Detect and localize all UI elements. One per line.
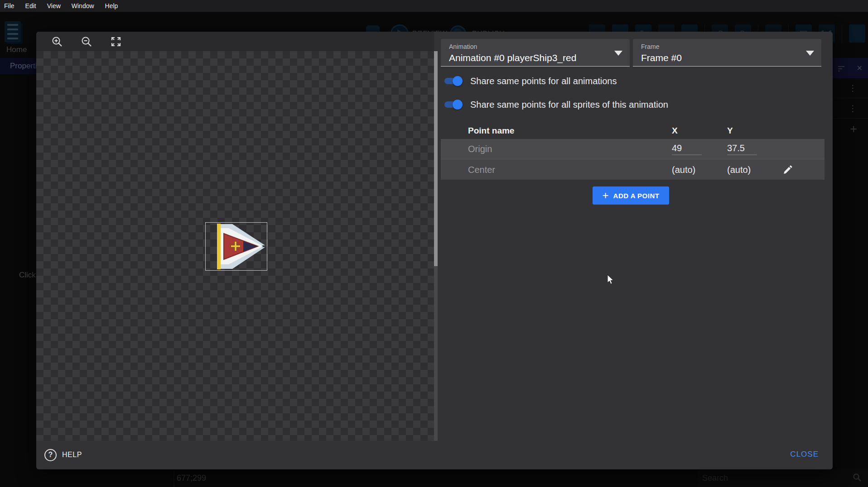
center-x-value: (auto) (672, 164, 695, 175)
point-name-header: Point name (468, 126, 514, 136)
point-name: Center (468, 164, 495, 175)
animation-select-value: Animation #0 playerShip3_red (449, 53, 576, 63)
frame-select-value: Frame #0 (641, 53, 682, 63)
mouse-cursor (605, 274, 616, 285)
menu-file[interactable]: File (4, 2, 14, 10)
toggle-label: Share same points for all animations (470, 76, 617, 86)
toggle-label: Share same points for all sprites of thi… (470, 100, 668, 110)
toggle-share-all-sprites-row: Share same points for all sprites of thi… (442, 97, 668, 112)
table-row-center[interactable]: Center (auto) (auto) (441, 159, 825, 180)
center-y-value: (auto) (727, 164, 751, 175)
pencil-icon (781, 163, 794, 176)
menu-window[interactable]: Window (72, 2, 94, 10)
zoom-out-icon[interactable] (80, 35, 93, 48)
origin-y-input[interactable]: 37.5 (727, 143, 757, 155)
point-name: Origin (468, 144, 492, 154)
edit-points-dialog: Animation Animation #0 playerShip3_red F… (36, 32, 833, 469)
canvas-scrollbar[interactable] (434, 51, 438, 441)
scrollbar-track (434, 266, 438, 441)
add-a-point-button[interactable]: + ADD A POINT (593, 186, 669, 205)
menu-view[interactable]: View (47, 2, 61, 10)
y-header: Y (727, 126, 733, 136)
help-label: HELP (62, 451, 82, 459)
menu-bar: File Edit View Window Help (0, 0, 868, 12)
add-a-point-label: ADD A POINT (613, 192, 660, 200)
table-row-origin[interactable]: Origin 49 37.5 (441, 139, 825, 159)
canvas-toolbar (36, 32, 434, 51)
help-icon: ? (44, 449, 57, 461)
x-header: X (672, 126, 678, 136)
dialog-footer: ? HELP CLOSE (36, 441, 833, 469)
animation-select[interactable]: Animation Animation #0 playerShip3_red (441, 39, 630, 67)
chevron-down-icon (614, 51, 622, 56)
edit-point-button[interactable] (781, 163, 795, 177)
share-all-sprites-toggle[interactable] (442, 97, 463, 112)
points-table-header: Point name X Y (441, 124, 825, 138)
scrollbar-thumb[interactable] (434, 51, 438, 266)
chevron-down-icon (806, 51, 814, 56)
zoom-in-icon[interactable] (51, 35, 63, 48)
points-panel: Animation Animation #0 playerShip3_red F… (438, 32, 833, 441)
menu-help[interactable]: Help (105, 2, 118, 10)
toggle-share-all-animations-row: Share same points for all animations (442, 73, 617, 89)
plus-icon: + (603, 190, 609, 201)
sprite-canvas[interactable] (36, 51, 434, 441)
menu-edit[interactable]: Edit (25, 2, 36, 10)
sprite-selection-box[interactable] (205, 222, 267, 271)
origin-x-input[interactable]: 49 (672, 143, 702, 155)
frame-select-label: Frame (641, 43, 659, 50)
frame-select[interactable]: Frame Frame #0 (633, 39, 821, 67)
close-button[interactable]: CLOSE (790, 450, 819, 459)
player-ship-sprite (206, 223, 267, 270)
animation-select-label: Animation (449, 43, 477, 50)
help-button[interactable]: ? HELP (44, 448, 82, 462)
fit-to-screen-icon[interactable] (110, 35, 122, 48)
share-all-animations-toggle[interactable] (442, 73, 463, 89)
